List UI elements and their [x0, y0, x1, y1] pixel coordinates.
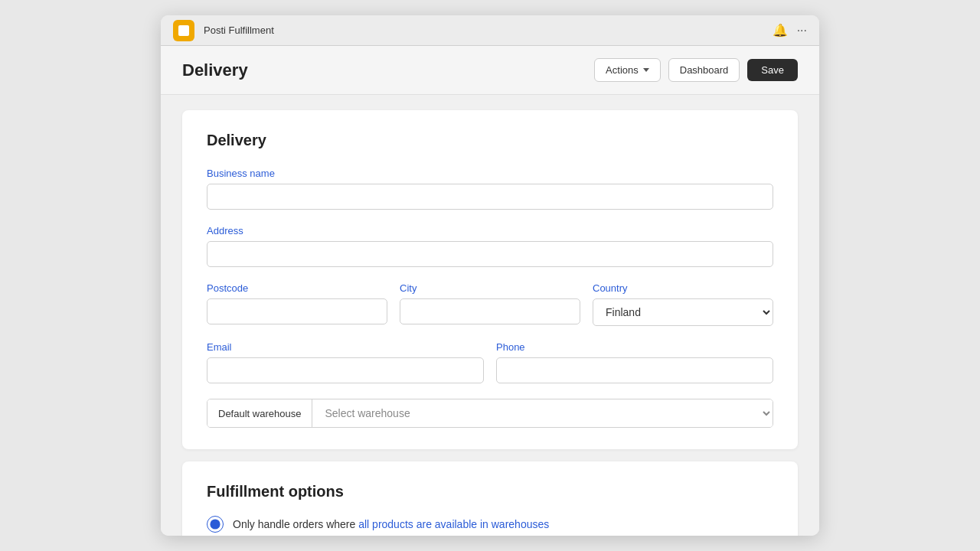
phone-input[interactable]: [496, 357, 773, 383]
warehouse-row: Default warehouse Select warehouse: [207, 399, 773, 428]
notification-icon[interactable]: 🔔: [773, 23, 788, 37]
address-input[interactable]: [207, 241, 773, 267]
warehouse-select[interactable]: Select warehouse: [312, 399, 773, 427]
email-col: Email: [207, 341, 484, 383]
email-phone-row: Email Phone: [207, 341, 773, 383]
fulfillment-radio-1[interactable]: [207, 516, 224, 533]
app-logo-inner: [178, 25, 189, 36]
city-col: City: [400, 282, 580, 326]
email-label: Email: [207, 341, 484, 353]
actions-button-label: Actions: [606, 64, 639, 76]
address-group: Address: [207, 225, 773, 267]
titlebar-actions: 🔔 ···: [773, 23, 807, 37]
email-input[interactable]: [207, 357, 484, 383]
fulfillment-options-group: Only handle orders where all products ar…: [207, 516, 773, 536]
country-label: Country: [593, 282, 773, 294]
address-label: Address: [207, 225, 773, 236]
postcode-city-country-row: Postcode City Country Finland Sweden Nor…: [207, 282, 773, 326]
city-input[interactable]: [400, 298, 580, 324]
business-name-label: Business name: [207, 168, 773, 179]
postcode-col: Postcode: [207, 282, 387, 326]
page-title: Delivery: [182, 60, 248, 80]
fulfillment-card: Fulfillment options Only handle orders w…: [182, 461, 798, 536]
fulfillment-card-title: Fulfillment options: [207, 483, 773, 500]
actions-button[interactable]: Actions: [594, 58, 661, 82]
fulfillment-option-1-label: Only handle orders where all products ar…: [233, 518, 549, 530]
business-name-group: Business name: [207, 168, 773, 210]
save-button[interactable]: Save: [747, 59, 798, 81]
fulfillment-option-1: Only handle orders where all products ar…: [207, 516, 773, 533]
header-actions: Actions Dashboard Save: [594, 58, 798, 82]
page-header: Delivery Actions Dashboard Save: [161, 46, 819, 95]
country-select[interactable]: Finland Sweden Norway Denmark Estonia: [593, 298, 773, 326]
phone-col: Phone: [496, 341, 773, 383]
postcode-label: Postcode: [207, 282, 387, 294]
more-options-icon[interactable]: ···: [797, 24, 807, 37]
chevron-down-icon: [643, 68, 649, 72]
titlebar: Posti Fulfillment 🔔 ···: [161, 15, 819, 46]
delivery-card-title: Delivery: [207, 132, 773, 149]
business-name-input[interactable]: [207, 184, 773, 210]
warehouse-label: Default warehouse: [207, 399, 312, 427]
phone-label: Phone: [496, 341, 773, 353]
city-label: City: [400, 282, 580, 294]
app-name: Posti Fulfillment: [204, 24, 763, 36]
app-logo: [173, 20, 194, 41]
page-content: Delivery Business name Address Postcode …: [161, 95, 819, 536]
delivery-card: Delivery Business name Address Postcode …: [182, 110, 798, 449]
postcode-input[interactable]: [207, 298, 387, 324]
fulfillment-option-1-highlight: all products are available in warehouses: [358, 518, 549, 530]
browser-window: Posti Fulfillment 🔔 ··· Delivery Actions…: [161, 15, 819, 536]
dashboard-button[interactable]: Dashboard: [668, 58, 740, 82]
country-col: Country Finland Sweden Norway Denmark Es…: [593, 282, 773, 326]
